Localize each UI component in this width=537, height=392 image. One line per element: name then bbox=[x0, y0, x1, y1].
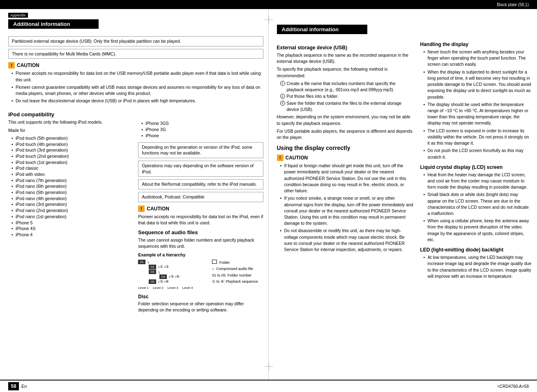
using-display-section: Using the display correctly ! CAUTION If… bbox=[277, 145, 414, 253]
ipod-left-col: iPod compatibility This unit supports on… bbox=[8, 107, 133, 315]
ipod-info-box-3: About the file/format compatibility, ref… bbox=[138, 179, 263, 189]
caution-icon: ! bbox=[8, 62, 15, 69]
h-note-6: ♪⑤ bbox=[158, 279, 163, 284]
display-caution-section: ! CAUTION If liquid or foreign matter sh… bbox=[277, 154, 414, 253]
caution-item-1: Pioneer accepts no responsibility for da… bbox=[12, 70, 263, 83]
ipod-caution-header: ! CAUTION bbox=[138, 205, 263, 212]
usb-intro: The playback sequence is the same as the… bbox=[277, 52, 414, 65]
h-row-03: 03 ┐ bbox=[149, 270, 208, 274]
h-row-04: 04 ♪③ ♪④ bbox=[159, 274, 208, 279]
ipod-list: iPod touch (5th generation) iPod touch (… bbox=[8, 135, 133, 238]
main-content: Appendix Additional information Partitio… bbox=[0, 9, 537, 380]
legend-item-3: ① to ⑥: Playback sequence bbox=[212, 279, 258, 285]
ipod-caution-icon: ! bbox=[138, 205, 145, 212]
ipod-item-5: iPod classic bbox=[12, 165, 133, 171]
right-section-header: Additional information bbox=[277, 25, 367, 34]
usb-note2: For USB portable audio players, the sequ… bbox=[277, 128, 414, 141]
usb-title: External storage device (USB) bbox=[277, 45, 414, 51]
appendix-label: Appendix bbox=[8, 13, 28, 18]
h-row-01: 01 ┐ bbox=[138, 260, 208, 264]
led-item-1: At low temperatures, using the LED backl… bbox=[424, 254, 532, 279]
seq-section: Sequence of audio files The user cannot … bbox=[138, 229, 263, 313]
h-note-3: ┐ bbox=[158, 270, 160, 274]
caution-header: ! CAUTION bbox=[8, 62, 263, 69]
crosshair-top bbox=[265, 16, 273, 25]
legend-item-1: ♪ Compressed audio file bbox=[212, 266, 258, 272]
display-caution-label: CAUTION bbox=[286, 155, 308, 161]
ipod-item-11: iPod nano (3rd generation) bbox=[12, 201, 133, 208]
iphone-item-17: iPhone 3GS bbox=[141, 120, 263, 127]
right-col-left: External storage device (USB) The playba… bbox=[277, 42, 414, 281]
iphone-item-19: iPhone bbox=[141, 133, 263, 139]
hierarchy-legend: Folder ♪ Compressed audio file 01 to 05:… bbox=[212, 260, 258, 285]
right-two-cols: External storage device (USB) The playba… bbox=[277, 42, 532, 281]
ipod-info-box-4: Audiobook, Podcast: Compatible bbox=[138, 192, 263, 202]
left-section-header: Additional information bbox=[8, 19, 99, 29]
info-box-1: Partitioned external storage device (USB… bbox=[8, 36, 263, 46]
display-caution-icon: ! bbox=[277, 154, 283, 161]
top-bar: Black plate (58,1) bbox=[0, 0, 537, 9]
caution-item-3: Do not leave the discs/external storage … bbox=[12, 98, 263, 104]
ipod-info-box-1: Depending on the generation or version o… bbox=[138, 142, 263, 158]
ipod-item-3: iPod touch (2nd generation) bbox=[12, 153, 133, 159]
left-panel: Appendix Additional information Partitio… bbox=[0, 9, 269, 380]
handling-item-3: The display should be used within the te… bbox=[424, 101, 532, 127]
ipod-item-4: iPod touch (1st generation) bbox=[12, 159, 133, 166]
usb-step-3: 3 Save the folder that contains the file… bbox=[280, 100, 414, 112]
h-row-02: 02 ♪① ♪② bbox=[149, 265, 208, 269]
level-3-label: Level 3 bbox=[168, 286, 178, 290]
led-list: At low temperatures, using the LED backl… bbox=[420, 254, 532, 279]
caution-label: CAUTION bbox=[17, 62, 39, 68]
disc-section: Disc Folder selection sequence or other … bbox=[138, 294, 263, 313]
level-2-label: Level 2 bbox=[153, 286, 164, 290]
ipod-compat-title: iPod compatibility bbox=[8, 111, 133, 118]
ipod-caution-label: CAUTION bbox=[147, 206, 169, 212]
lcd-item-2: Small black dots or white dots (bright d… bbox=[424, 191, 532, 217]
ipod-item-7: iPod nano (7th generation) bbox=[12, 178, 133, 184]
h-box-05: 05 bbox=[149, 279, 156, 284]
display-caution-item-3: Do not disassemble or modify this unit, … bbox=[280, 228, 414, 253]
ipod-info-box-2: Operations may vary depending on the sof… bbox=[138, 161, 263, 177]
lcd-title: Liquid crystal display (LCD) screen bbox=[420, 164, 532, 170]
h-note-7: ♪⑥ bbox=[164, 279, 169, 284]
disc-text: Folder selection sequence or other opera… bbox=[138, 301, 263, 313]
h-row-05: 05 ♪⑤ ♪⑥ bbox=[149, 279, 208, 284]
usb-section: External storage device (USB) The playba… bbox=[277, 45, 414, 141]
ipod-item-0: iPod touch (5th generation) bbox=[12, 135, 133, 141]
disc-title: Disc bbox=[138, 294, 263, 300]
crosshair-bottom bbox=[265, 362, 273, 371]
ipod-caution-text: Pioneer accepts no responsibility for da… bbox=[138, 214, 263, 226]
h-note-5: ♪④ bbox=[175, 274, 180, 279]
ipod-compat-intro: This unit supports only the following iP… bbox=[8, 119, 133, 125]
ipod-item-15: iPhone 4S bbox=[12, 226, 133, 232]
ipod-item-14: iPhone 5 bbox=[12, 220, 133, 226]
right-col-right: Handling the display Never touch the scr… bbox=[420, 42, 532, 281]
ipod-item-6: iPod with video bbox=[12, 171, 133, 178]
legend-item-2: 01 to 05: Folder number bbox=[212, 273, 258, 279]
bottom-code: <CRD4760-A>58 bbox=[497, 384, 529, 389]
caution-list: Pioneer accepts no responsibility for da… bbox=[8, 70, 263, 104]
lcd-list: Heat from the heater may damage the LCD … bbox=[420, 172, 532, 243]
usb-steps: 1 Create a file name that includes numbe… bbox=[277, 81, 414, 112]
h-box-02: 02 bbox=[149, 265, 156, 269]
led-title: LED (light-emitting diode) backlight bbox=[420, 247, 532, 253]
ipod-right-col: iPhone 3GS iPhone 3G iPhone Depending on… bbox=[138, 107, 263, 315]
handling-display-list: Never touch the screen with anything bes… bbox=[420, 49, 532, 160]
h-box-01: 01 bbox=[138, 260, 145, 264]
display-caution-header: ! CAUTION bbox=[277, 154, 414, 161]
display-caution-item-2: If you notice smoke, a strange noise or … bbox=[280, 195, 414, 226]
right-panel: Additional information External storage … bbox=[269, 9, 537, 380]
usb-step-2: 2 Put those files into a folder. bbox=[280, 93, 414, 99]
iphone-item-18: iPhone 3G bbox=[141, 127, 263, 133]
lcd-item-3: When using a cellular phone, keep the an… bbox=[424, 218, 532, 243]
page-container: Black plate (58,1) Appendix Additional i… bbox=[0, 0, 537, 392]
ipod-section: iPod compatibility This unit supports on… bbox=[8, 107, 263, 315]
ipod-caution-section: ! CAUTION Pioneer accepts no responsibil… bbox=[138, 205, 263, 226]
page-number: 58 bbox=[8, 382, 19, 390]
usb-note1: However, depending on the system environ… bbox=[277, 114, 414, 126]
page-num-area: 58 En bbox=[8, 382, 27, 390]
display-caution-item-1: If liquid or foreign matter should get i… bbox=[280, 163, 414, 194]
handling-item-2: When the display is subjected to direct … bbox=[424, 69, 532, 100]
display-caution-list: If liquid or foreign matter should get i… bbox=[277, 163, 414, 253]
ipod-item-13: iPod nano (1st generation) bbox=[12, 214, 133, 220]
